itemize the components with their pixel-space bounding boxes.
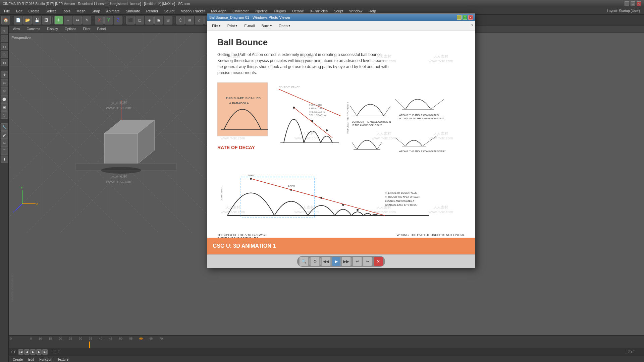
pv-delete-btn[interactable]: ✕ xyxy=(374,257,383,266)
light-ball-diagram: LIGHT BALL xyxy=(217,160,445,227)
goto-start-btn[interactable]: |◀ xyxy=(18,349,23,355)
objects-btn[interactable]: ⬡ xyxy=(176,16,185,24)
menu-mesh[interactable]: Mesh xyxy=(74,8,88,14)
maximize-btn[interactable]: □ xyxy=(631,1,635,6)
menu-character[interactable]: Character xyxy=(230,8,251,14)
render-view-btn[interactable]: 🖼 xyxy=(42,16,51,24)
poly-select[interactable]: ⬡ xyxy=(1,111,8,119)
mode2-btn[interactable]: ◻ xyxy=(136,16,144,24)
menu-snap[interactable]: Snap xyxy=(89,8,103,14)
mode-points[interactable]: · xyxy=(1,35,8,42)
minimize-btn[interactable]: _ xyxy=(625,1,629,6)
rotate-btn[interactable]: ↻ xyxy=(83,16,91,24)
mode-uvw[interactable]: ⊡ xyxy=(1,59,8,66)
pv-rotate-left-btn[interactable]: ↩ xyxy=(353,257,362,266)
pv-content[interactable]: 人人素材www.rr-sc.com 人人素材www.rr-sc.com 人人素材… xyxy=(207,31,475,238)
vp-panel[interactable]: Panel xyxy=(96,27,107,31)
z-axis-btn[interactable]: Z xyxy=(114,16,122,24)
menu-x-particles[interactable]: X-Particles xyxy=(307,8,330,14)
mode5-btn[interactable]: ⊞ xyxy=(164,16,172,24)
menu-create[interactable]: Create xyxy=(26,8,42,14)
y-axis-btn[interactable]: Y xyxy=(104,16,113,24)
open-btn[interactable]: 📂 xyxy=(23,16,32,24)
smooth-tool[interactable]: ⌒ xyxy=(1,147,8,155)
pv-file-btn[interactable]: File ▾ xyxy=(209,22,223,29)
svg-text:EVEN WITH: EVEN WITH xyxy=(309,104,322,106)
pv-open-btn[interactable]: Open ▾ xyxy=(276,22,293,29)
pv-rotate-right-btn[interactable]: ↪ xyxy=(363,257,372,266)
menu-motion-tracker[interactable]: Motion Tracker xyxy=(178,8,208,14)
menu-simulate[interactable]: Simulate xyxy=(123,8,143,14)
menu-edit[interactable]: Edit xyxy=(13,8,25,14)
close-btn[interactable]: ✕ xyxy=(637,1,641,6)
svg-text:THE DECAY IS: THE DECAY IS xyxy=(309,111,325,113)
x-axis-btn[interactable]: X xyxy=(95,16,104,24)
track-edit[interactable]: Edit xyxy=(27,357,35,362)
deform-btn[interactable]: ⌂ xyxy=(195,16,204,24)
vp-display[interactable]: Display xyxy=(46,27,59,31)
layout-label: Layout: Startup (User) xyxy=(607,9,640,13)
menu-file[interactable]: File xyxy=(1,8,13,14)
pv-print-btn[interactable]: Print ▾ xyxy=(225,22,240,29)
prev-frame-btn[interactable]: ◀ xyxy=(24,349,30,355)
track-function[interactable]: Function xyxy=(38,357,53,362)
pv-next-btn[interactable]: ▶▶ xyxy=(341,257,351,266)
pv-zoom-btn[interactable]: 🔍 xyxy=(299,257,309,266)
axis-move[interactable]: ✛ xyxy=(1,71,8,78)
scale-btn[interactable]: ⇔ xyxy=(73,16,82,24)
axis-rotate[interactable]: ↻ xyxy=(1,87,8,95)
save-btn[interactable]: 💾 xyxy=(33,16,41,24)
mode1-btn[interactable]: ⬛ xyxy=(126,16,135,24)
mode-poly[interactable]: ⬡ xyxy=(1,51,8,58)
lasso-tool[interactable]: ⬤ xyxy=(1,95,8,103)
move-btn[interactable]: ↔ xyxy=(64,16,72,24)
mode-object[interactable]: ○ xyxy=(1,27,8,34)
pv-maximize-btn[interactable]: □ xyxy=(463,15,467,20)
menu-sculpt[interactable]: Sculpt xyxy=(162,8,177,14)
svg-text:THE RATE OF DECAY FALLS: THE RATE OF DECAY FALLS xyxy=(385,192,417,194)
track-texture[interactable]: Texture xyxy=(56,357,70,362)
vp-options[interactable]: Options xyxy=(63,27,77,31)
pv-close-btn[interactable]: ✕ xyxy=(468,15,473,20)
menu-window[interactable]: Window xyxy=(346,8,365,14)
pv-minimize-btn[interactable]: _ xyxy=(457,15,462,20)
pv-help-icon[interactable]: ? xyxy=(471,24,473,28)
pv-play-btn[interactable]: ▶ xyxy=(331,257,341,266)
mode-edges[interactable]: ◻ xyxy=(1,43,8,50)
menu-render[interactable]: Render xyxy=(144,8,161,14)
menu-tools[interactable]: Tools xyxy=(59,8,73,14)
mode4-btn[interactable]: ◉ xyxy=(154,16,163,24)
menu-octane[interactable]: Octane xyxy=(289,8,307,14)
brush-tool[interactable]: 🖌 xyxy=(1,131,8,139)
knife-tool[interactable]: ✂ xyxy=(1,139,8,147)
extrude-tool[interactable]: ⬆ xyxy=(1,156,8,163)
vp-filter[interactable]: Filter xyxy=(82,27,92,31)
mode3-btn[interactable]: ◈ xyxy=(145,16,154,24)
menu-help[interactable]: Help xyxy=(366,8,379,14)
track-create[interactable]: Create xyxy=(11,357,24,362)
menu-script[interactable]: Script xyxy=(331,8,346,14)
pv-prev-btn[interactable]: ◀◀ xyxy=(321,257,331,266)
vp-view[interactable]: View xyxy=(11,27,21,31)
spline-btn[interactable]: ⋒ xyxy=(185,16,194,24)
pv-settings-btn[interactable]: ⚙ xyxy=(310,257,320,266)
select-btn[interactable]: ✛ xyxy=(54,16,63,24)
pv-email-btn[interactable]: E-mail xyxy=(241,23,257,29)
rect-select[interactable]: ▣ xyxy=(1,103,8,111)
menu-plugins[interactable]: Plugins xyxy=(271,8,288,14)
menu-animate[interactable]: Animate xyxy=(104,8,122,14)
vp-cameras[interactable]: Cameras xyxy=(25,27,42,31)
menu-mograph[interactable]: MoGraph xyxy=(208,8,229,14)
menu-select[interactable]: Select xyxy=(43,8,59,14)
axis-scale[interactable]: ⇔ xyxy=(1,79,8,86)
goto-end-btn[interactable]: ▶| xyxy=(42,349,48,355)
pv-burn-btn[interactable]: Burn ▾ xyxy=(259,22,275,29)
play-btn[interactable]: ▶ xyxy=(30,349,36,355)
home-btn[interactable]: 🏠 xyxy=(1,16,10,24)
menu-pipeline[interactable]: Pipeline xyxy=(252,8,270,14)
separator-icon xyxy=(1,67,8,70)
next-frame-btn[interactable]: ▶ xyxy=(36,349,42,355)
magnet-tool[interactable]: 🔧 xyxy=(1,123,8,131)
new-btn[interactable]: 📄 xyxy=(14,16,22,24)
timeline-track[interactable] xyxy=(9,342,644,348)
